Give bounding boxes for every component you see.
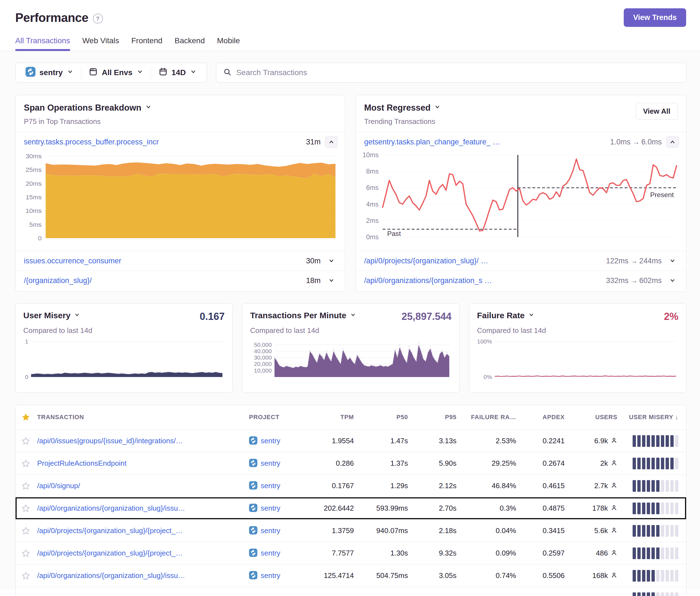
collapse-button[interactable] [325, 136, 338, 148]
project-link[interactable]: sentry [261, 549, 280, 558]
view-all-button[interactable]: View All [636, 103, 678, 120]
user-misery-bars [620, 547, 686, 559]
tab-web-vitals[interactable]: Web Vitals [82, 36, 119, 51]
tpm-chart: 50,00040,00030,00020,00010,000 [250, 338, 451, 385]
regressed-transaction-link[interactable]: getsentry.tasks.plan_change_feature_ … [364, 138, 610, 146]
tpm-cell: 125.4714 [307, 571, 356, 580]
project-link[interactable]: sentry [261, 482, 280, 490]
search-input[interactable] [236, 68, 679, 77]
transaction-link[interactable]: /api/0/issues|groups/{issue_id}/integrat… [37, 437, 248, 445]
project-link[interactable]: sentry [261, 526, 280, 535]
span-op-value: 31m [306, 138, 321, 146]
view-trends-button[interactable]: View Trends [624, 8, 686, 27]
svg-text:50,000: 50,000 [254, 341, 272, 348]
table-row[interactable]: /api/0/signup/sentry0.17671.29s2.12s46.8… [16, 474, 686, 497]
p50-cell: 940.07ms [356, 526, 410, 535]
calendar-icon [158, 67, 168, 78]
span-ops-title-dropdown[interactable]: Span Operations Breakdown [24, 103, 337, 113]
most-regressed-title-dropdown[interactable]: Most Regressed [364, 103, 636, 113]
project-selector[interactable]: sentry [18, 67, 81, 79]
table-row[interactable] [16, 587, 686, 596]
table-row[interactable]: /api/0/projects/{organization_slug}/{pro… [16, 542, 686, 564]
mini-title-dropdown[interactable]: User Misery [23, 311, 200, 320]
chevron-down-icon [350, 311, 356, 320]
column-header-user-misery[interactable]: USER MISERY ↓ [620, 414, 686, 421]
star-outline-icon[interactable] [16, 571, 36, 580]
regressed-value: 1.0ms→6.0ms [610, 138, 662, 146]
user-icon [611, 437, 617, 445]
arrow-right-icon: → [628, 276, 639, 285]
project-link[interactable]: sentry [261, 504, 280, 513]
column-header-transaction[interactable]: TRANSACTION [36, 414, 248, 421]
mini-subtitle: Compared to last 14d [250, 326, 451, 335]
chevron-down-icon [434, 103, 441, 113]
tab-frontend[interactable]: Frontend [131, 36, 162, 51]
p50-cell: 1.29s [356, 482, 410, 490]
tpm-cell: 0.1767 [307, 482, 356, 490]
star-outline-icon[interactable] [16, 549, 36, 558]
expand-button[interactable] [666, 277, 679, 284]
star-outline-icon[interactable] [16, 526, 36, 535]
expand-button[interactable] [325, 257, 338, 264]
span-ops-title: Span Operations Breakdown [24, 103, 142, 113]
table-row[interactable]: /api/0/organizations/{organization_slug}… [16, 564, 686, 587]
transaction-link[interactable]: /api/0/organizations/{organization_slug}… [37, 504, 248, 513]
tab-all-transactions[interactable]: All Transactions [15, 36, 70, 51]
transaction-link[interactable]: ProjectRuleActionsEndpoint [37, 459, 248, 468]
column-header-p50[interactable]: P50 [356, 414, 410, 421]
star-outline-icon[interactable] [16, 459, 36, 468]
table-row[interactable]: ProjectRuleActionsEndpointsentry0.2861.3… [16, 452, 686, 474]
span-op-transaction-link[interactable]: issues.occurrence_consumer [24, 257, 306, 265]
column-header-apdex[interactable]: APDEX [518, 414, 567, 421]
column-header-project[interactable]: PROJECT [248, 414, 307, 421]
filter-row: sentry All Envs 14D [15, 63, 686, 83]
transaction-link[interactable]: /api/0/organizations/{organization_slug}… [37, 571, 248, 580]
mini-title-dropdown[interactable]: Failure Rate [477, 311, 664, 320]
project-link[interactable]: sentry [261, 437, 280, 445]
most-regressed-subtitle: Trending Transactions [364, 117, 636, 126]
tab-mobile[interactable]: Mobile [217, 36, 240, 51]
table-row[interactable]: /api/0/issues|groups/{issue_id}/integrat… [16, 430, 686, 452]
date-range-selector[interactable]: 14D [151, 67, 204, 79]
expand-button[interactable] [666, 257, 679, 264]
tpm-cell: 202.6442 [307, 504, 356, 513]
user-misery-chart: 10 [23, 338, 225, 385]
project-link[interactable]: sentry [261, 459, 280, 468]
span-op-transaction-link[interactable]: sentry.tasks.process_buffer.process_incr [24, 138, 306, 146]
p95-cell: 2.70s [410, 504, 459, 513]
chevron-down-icon [74, 311, 80, 320]
user-misery-bars [620, 502, 686, 514]
users-cell: 168k [567, 571, 620, 580]
apdex-cell: 0.4615 [518, 482, 567, 490]
transaction-link[interactable]: /api/0/projects/{organization_slug}/{pro… [37, 526, 248, 535]
column-header-p95[interactable]: P95 [410, 414, 459, 421]
column-header-users[interactable]: USERS [567, 414, 620, 421]
python-project-icon [249, 571, 257, 580]
tab-backend[interactable]: Backend [175, 36, 205, 51]
star-outline-icon[interactable] [16, 504, 36, 513]
column-header-tpm[interactable]: TPM [307, 414, 356, 421]
span-op-transaction-link[interactable]: /{organization_slug}/ [24, 276, 306, 285]
star-filled-icon[interactable] [16, 413, 36, 422]
svg-text:25ms: 25ms [26, 166, 42, 174]
collapse-button[interactable] [666, 136, 679, 148]
transaction-link[interactable]: /api/0/signup/ [37, 482, 248, 490]
regressed-transaction-link[interactable]: /api/0/projects/{organization_slug}/ … [364, 257, 606, 265]
project-cell: sentry [248, 504, 307, 513]
regressed-value: 122ms→244ms [606, 257, 662, 265]
environment-selector[interactable]: All Envs [81, 67, 151, 79]
transaction-link[interactable]: /api/0/projects/{organization_slug}/{pro… [37, 549, 248, 558]
star-outline-icon[interactable] [16, 437, 36, 445]
star-outline-icon[interactable] [16, 482, 36, 490]
p95-cell: 3.05s [410, 571, 459, 580]
expand-button[interactable] [325, 277, 338, 284]
users-cell: 6.9k [567, 437, 620, 445]
table-row[interactable]: /api/0/organizations/{organization_slug}… [16, 497, 686, 519]
column-header-failure-ra-[interactable]: FAILURE RA… [459, 414, 518, 421]
mini-title-dropdown[interactable]: Transactions Per Minute [250, 311, 402, 320]
project-link[interactable]: sentry [261, 571, 280, 580]
regressed-transaction-link[interactable]: /api/0/organizations/{organization_s … [364, 276, 606, 285]
regressed-accordion-row: /api/0/projects/{organization_slug}/ …12… [356, 251, 686, 270]
help-icon[interactable]: ? [93, 14, 103, 24]
table-row[interactable]: /api/0/projects/{organization_slug}/{pro… [16, 519, 686, 542]
